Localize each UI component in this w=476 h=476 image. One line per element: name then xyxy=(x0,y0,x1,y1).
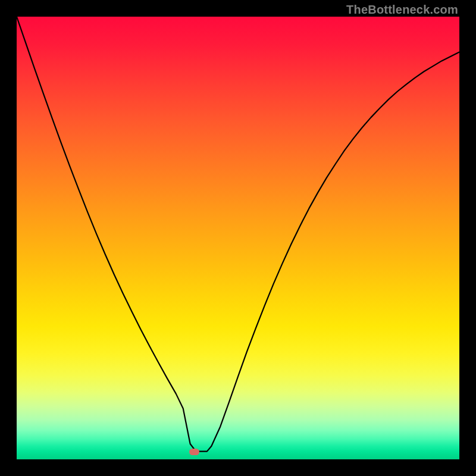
plot-area xyxy=(17,17,459,459)
chart-frame: TheBottleneck.com xyxy=(0,0,476,476)
watermark-text: TheBottleneck.com xyxy=(346,3,458,17)
min-marker-icon xyxy=(189,449,199,455)
bottleneck-curve xyxy=(17,17,459,459)
